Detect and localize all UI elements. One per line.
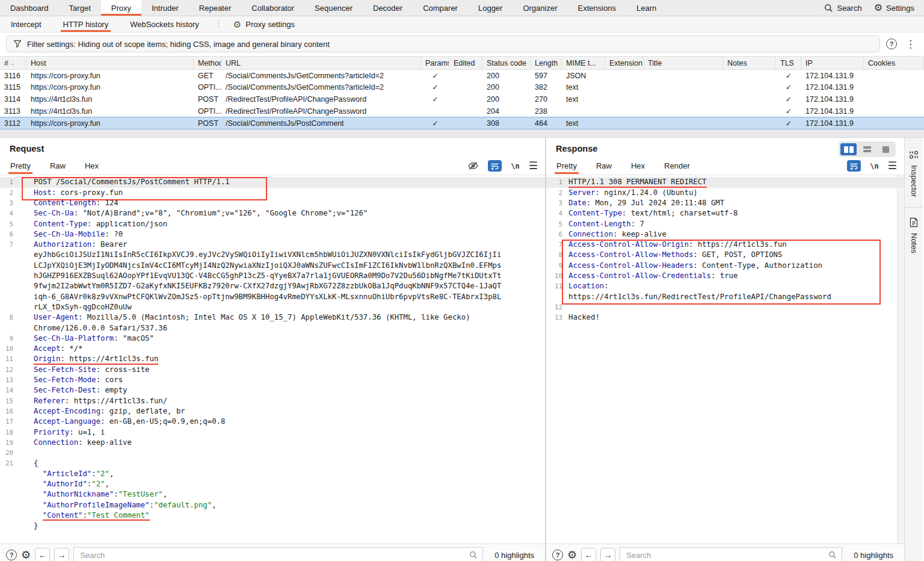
cell-tls: ✓: [776, 105, 801, 117]
request-tab-raw[interactable]: Raw: [49, 158, 66, 173]
tab-http-history[interactable]: HTTP history: [52, 16, 120, 32]
menu-tab-proxy[interactable]: Proxy: [101, 0, 141, 16]
column-header-num[interactable]: #⌄: [0, 57, 26, 69]
menu-tab-extensions[interactable]: Extensions: [568, 0, 627, 16]
column-header-status-code[interactable]: Status code: [482, 57, 531, 69]
request-search-input[interactable]: [79, 550, 469, 560]
request-prev-match-button[interactable]: ←: [35, 548, 50, 561]
code-line: 2Server: nginx/1.24.0 (Ubuntu): [546, 188, 904, 198]
menu-tab-repeater[interactable]: Repeater: [189, 0, 241, 16]
cell-mime: JSON: [562, 70, 605, 82]
column-header-host[interactable]: Host: [26, 57, 194, 69]
column-header-edited[interactable]: Edited: [449, 57, 482, 69]
cell-url: /Social/CommentsJs/GetComments?articleId…: [221, 82, 421, 94]
cell-ip: 172.104.131.9: [801, 93, 864, 105]
menu-tab-logger[interactable]: Logger: [468, 0, 513, 16]
table-row-3113[interactable]: 3113https://4rt1cl3s.funOPTI.../Redirect…: [0, 105, 924, 117]
column-header-title[interactable]: Title: [644, 57, 723, 69]
column-header-ip[interactable]: IP: [801, 57, 864, 69]
request-editor[interactable]: 1POST /Social/CommentsJs/PostComment HTT…: [0, 175, 545, 544]
cell-ip: 172.104.131.9: [801, 105, 864, 117]
menu-tab-intruder[interactable]: Intruder: [141, 0, 189, 16]
wrap-lines-icon[interactable]: [847, 160, 861, 172]
column-header-notes[interactable]: Notes: [723, 57, 776, 69]
wrap-lines-icon[interactable]: [488, 160, 502, 172]
tab-inspector[interactable]: Inspector: [905, 146, 923, 205]
filter-help-button[interactable]: ?: [886, 39, 897, 49]
response-help-button[interactable]: ?: [552, 550, 563, 560]
request-tab-pretty[interactable]: Pretty: [10, 158, 31, 173]
filter-settings-bar[interactable]: Filter settings: Hiding out of scope ite…: [6, 36, 880, 52]
menu-tab-target[interactable]: Target: [59, 0, 101, 16]
response-search-box: [620, 547, 842, 561]
menu-tab-decoder[interactable]: Decoder: [363, 0, 413, 16]
menu-tab-learn[interactable]: Learn: [626, 0, 667, 16]
request-help-button[interactable]: ?: [6, 550, 17, 560]
cell-cookies: [864, 70, 924, 82]
column-header-mime-t[interactable]: MIME t...: [562, 57, 605, 69]
cell-num: 3116: [0, 70, 26, 82]
tab-websockets-history[interactable]: WebSockets history: [119, 16, 210, 32]
editor-menu-icon[interactable]: ☰: [888, 161, 897, 171]
menu-tab-comparer[interactable]: Comparer: [413, 0, 468, 16]
cell-params: ✓: [421, 93, 449, 105]
menu-tab-organizer[interactable]: Organizer: [513, 0, 567, 16]
column-header-url[interactable]: URL: [221, 57, 421, 69]
response-next-match-button[interactable]: →: [600, 548, 615, 561]
response-search-input[interactable]: [625, 550, 828, 560]
column-header-method[interactable]: Method: [194, 57, 221, 69]
cell-method: POST: [194, 93, 221, 105]
response-editor[interactable]: 1HTTP/1.1 308 PERMANENT REDIRECT2Server:…: [546, 175, 904, 544]
request-next-match-button[interactable]: →: [54, 548, 69, 561]
search-magnifier-icon: [469, 551, 478, 559]
column-header-params[interactable]: Params: [421, 57, 449, 69]
request-search-settings-gear-icon[interactable]: ⚙: [21, 550, 31, 560]
response-tab-raw[interactable]: Raw: [596, 158, 612, 173]
cell-cookies: [864, 82, 924, 94]
newline-icon[interactable]: \n: [870, 162, 878, 170]
response-tab-hex[interactable]: Hex: [630, 158, 645, 173]
code-line: 13Hacked!: [546, 312, 904, 323]
tab-notes[interactable]: Notes: [905, 214, 923, 262]
tab-proxy-settings[interactable]: ⚙ Proxy settings: [227, 16, 301, 32]
kebab-menu-icon[interactable]: ⋮: [903, 39, 918, 49]
eye-hidden-icon[interactable]: [467, 161, 479, 170]
cell-extension: [605, 117, 644, 129]
request-panel: Request PrettyRawHex \n ☰ 1POST /Social/…: [0, 138, 546, 561]
response-tab-render[interactable]: Render: [664, 158, 691, 173]
menu-tab-sequencer[interactable]: Sequencer: [304, 0, 363, 16]
cell-params: ✓: [421, 117, 449, 129]
layout-single-icon[interactable]: [878, 143, 894, 155]
table-row-3112[interactable]: 3112https://cors-proxy.funPOST/Social/Co…: [0, 117, 924, 129]
response-prev-match-button[interactable]: ←: [581, 548, 596, 561]
response-search-settings-gear-icon[interactable]: ⚙: [567, 550, 577, 560]
column-header-tls[interactable]: TLS: [776, 57, 801, 69]
response-tab-pretty[interactable]: Pretty: [556, 158, 578, 173]
column-header-extension[interactable]: Extension: [605, 57, 644, 69]
layout-rows-icon[interactable]: [859, 143, 875, 155]
table-row-3114[interactable]: 3114https://4rt1cl3s.funPOST/RedirectTes…: [0, 93, 924, 105]
global-settings-button[interactable]: ⚙ Settings: [874, 3, 914, 13]
cell-num: 3112: [0, 117, 26, 129]
code-line: 11Location:: [546, 281, 904, 291]
column-header-cookies[interactable]: Cookies: [864, 57, 924, 69]
column-header-length[interactable]: Length: [531, 57, 562, 69]
proxy-settings-label: Proxy settings: [245, 20, 295, 29]
code-line: 4Sec-Ch-Ua: "Not/A)Brand";v="8", "Chromi…: [0, 208, 545, 219]
menu-tab-dashboard[interactable]: Dashboard: [0, 0, 59, 16]
cell-length: 464: [531, 117, 562, 129]
menu-tab-collaborator[interactable]: Collaborator: [241, 0, 304, 16]
response-panel: Response PrettyRawHexRender \n ☰ 1HTTP/1…: [546, 138, 904, 561]
editor-menu-icon[interactable]: ☰: [529, 161, 538, 171]
code-line: 3Content-Length: 124: [0, 198, 545, 208]
cell-title: [644, 117, 723, 129]
code-line: 5Content-Type: application/json: [0, 219, 545, 229]
newline-icon[interactable]: \n: [511, 162, 519, 170]
tab-intercept[interactable]: Intercept: [0, 16, 52, 32]
proxy-settings-gear-icon: ⚙: [233, 20, 241, 29]
request-tab-hex[interactable]: Hex: [84, 158, 99, 173]
table-row-3115[interactable]: 3115https://cors-proxy.funOPTI.../Social…: [0, 82, 924, 94]
table-row-3116[interactable]: 3116https://cors-proxy.funGET/Social/Com…: [0, 70, 924, 82]
global-search-button[interactable]: Search: [824, 4, 861, 13]
layout-columns-icon[interactable]: [840, 143, 857, 155]
